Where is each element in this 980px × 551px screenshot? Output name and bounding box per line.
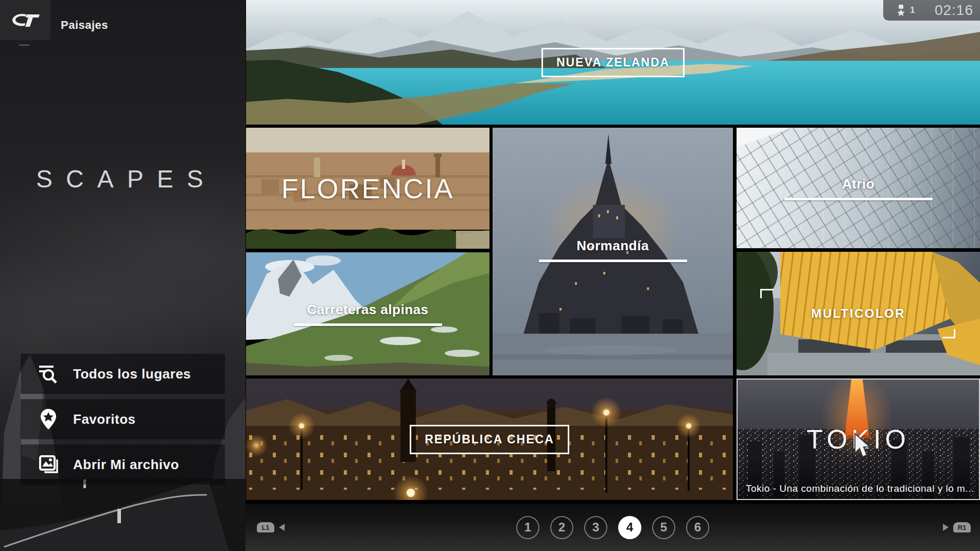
my-library-icon — [38, 453, 59, 476]
page-button-3[interactable]: 3 — [584, 516, 607, 539]
tile-label-group: Atrio — [784, 176, 933, 200]
sidebar-item-label: Todos los lugares — [73, 366, 191, 382]
clock: 02:16 — [935, 2, 973, 19]
tile-label: Atrio — [842, 176, 874, 192]
sidebar-item-label: Favoritos — [73, 411, 136, 427]
page-button-5[interactable]: 5 — [652, 516, 675, 539]
r1-button-badge: R1 — [953, 522, 971, 532]
tile-label: MULTICOLOR — [811, 306, 905, 321]
sidebar-item-favorites[interactable]: Favoritos — [21, 399, 225, 439]
tile-label: Normandía — [576, 238, 649, 254]
favorite-pin-icon — [38, 408, 59, 431]
star-pin-icon — [897, 5, 905, 16]
sidebar-item-label: Abrir Mi archivo — [73, 457, 179, 473]
tile-label: FLORENCIA — [281, 173, 454, 204]
tile-label: REPÚBLICA CHECA — [410, 425, 569, 454]
bracket-bottom-right — [942, 329, 955, 338]
tile-caption: Tokio - Una combinación de lo tradiciona… — [746, 483, 974, 494]
label-underline — [294, 323, 442, 326]
gt-logo-icon — [9, 11, 41, 29]
sidebar-item-open-my-library[interactable]: Abrir Mi archivo — [21, 444, 225, 485]
page-button-6[interactable]: 6 — [686, 516, 709, 539]
status-overlay: 1 02:16 — [883, 0, 980, 21]
tile-carreteras-alpinas[interactable]: Carreteras alpinas — [246, 252, 489, 375]
page-button-4[interactable]: 4 — [618, 516, 641, 539]
page-button-2[interactable]: 2 — [550, 516, 573, 539]
status-count: 1 — [910, 5, 915, 15]
tile-label-group: Carreteras alpinas — [294, 302, 442, 326]
next-triangle-icon — [943, 524, 949, 531]
l1-button-badge: L1 — [257, 522, 274, 532]
bracket-top-left — [760, 289, 773, 298]
label-underline — [539, 260, 687, 262]
logo-indicator — [19, 44, 29, 46]
tile-republica-checa[interactable]: REPÚBLICA CHECA — [246, 378, 733, 500]
gt-logo[interactable] — [0, 0, 50, 40]
prev-page-control[interactable]: L1 — [257, 504, 285, 551]
tile-normandia[interactable]: Normandía — [493, 128, 733, 375]
tile-florencia[interactable]: FLORENCIA — [246, 128, 489, 249]
scapes-screen: Paisajes SCAPES Todos los lugares Favori… — [0, 0, 980, 551]
sidebar: Paisajes SCAPES Todos los lugares Favori… — [0, 0, 246, 551]
tile-label-group: Normandía — [539, 238, 687, 262]
prev-triangle-icon — [279, 524, 285, 531]
next-page-control[interactable]: R1 — [943, 504, 971, 551]
label-underline — [784, 198, 933, 200]
pagination-bar: L1 1 2 3 4 5 6 R1 — [246, 504, 980, 551]
tile-multicolor[interactable]: MULTICOLOR — [737, 252, 980, 375]
scapes-title: SCAPES — [36, 165, 217, 193]
mouse-cursor — [853, 433, 872, 459]
tile-nueva-zelanda[interactable]: NUEVA ZELANDA — [246, 0, 980, 125]
tile-label: NUEVA ZELANDA — [541, 48, 685, 77]
tile-label: Carreteras alpinas — [307, 302, 429, 318]
page-button-1[interactable]: 1 — [516, 516, 539, 539]
tile-atrio[interactable]: Atrio — [737, 128, 980, 248]
page-title: Paisajes — [61, 19, 108, 32]
sidebar-item-all-places[interactable]: Todos los lugares — [21, 354, 225, 394]
search-list-icon — [38, 363, 59, 385]
